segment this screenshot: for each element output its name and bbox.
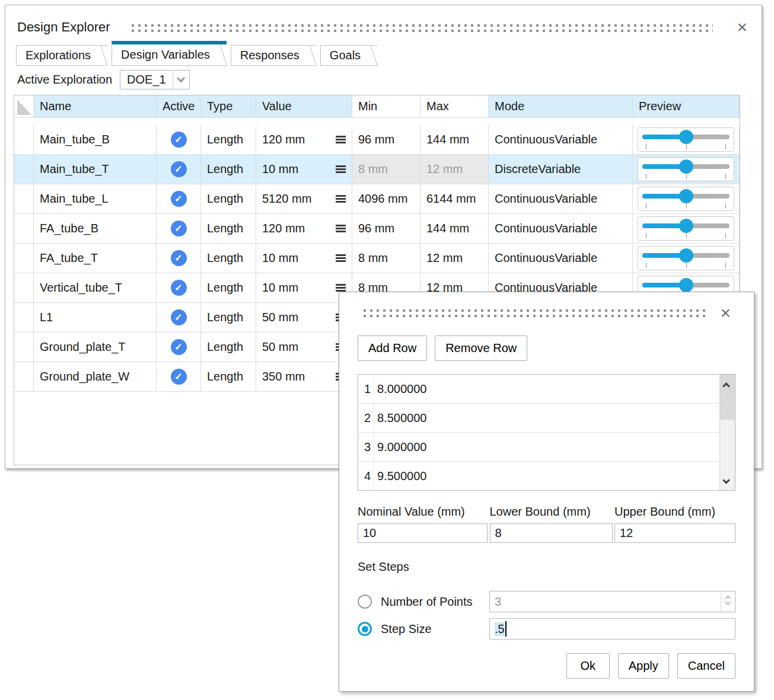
list-item[interactable]: 4 9.500000 bbox=[358, 462, 735, 491]
row-selector[interactable] bbox=[14, 155, 34, 184]
row-value[interactable]: 9.500000 bbox=[374, 469, 426, 483]
cell-type[interactable]: Length bbox=[201, 214, 256, 244]
number-of-points-radio[interactable] bbox=[358, 594, 372, 609]
close-icon[interactable]: × bbox=[735, 20, 748, 34]
cell-value[interactable]: 350 mm bbox=[256, 362, 352, 392]
row-value[interactable]: 8.500000 bbox=[374, 411, 426, 425]
cell-active[interactable]: ✓ bbox=[157, 362, 201, 392]
active-check-icon[interactable]: ✓ bbox=[171, 280, 187, 296]
preview-slider[interactable] bbox=[638, 157, 734, 181]
col-header-active[interactable]: Active bbox=[157, 95, 201, 118]
preview-slider[interactable] bbox=[638, 246, 734, 270]
col-header-preview[interactable]: Preview bbox=[633, 95, 740, 118]
add-row-button[interactable]: Add Row bbox=[358, 335, 427, 361]
cell-max[interactable]: 12 mm bbox=[421, 244, 489, 273]
active-exploration-select[interactable]: DOE_1 bbox=[120, 70, 190, 90]
upper-bound-field[interactable]: 12 bbox=[614, 523, 735, 543]
row-value[interactable]: 8.000000 bbox=[374, 382, 426, 396]
row-selector[interactable] bbox=[14, 214, 34, 244]
col-header-mode[interactable]: Mode bbox=[489, 95, 633, 118]
cell-active[interactable]: ✓ bbox=[157, 303, 201, 333]
preview-slider[interactable] bbox=[638, 187, 734, 211]
cell-mode[interactable]: ContinuousVariable bbox=[489, 214, 633, 244]
select-all-corner[interactable] bbox=[14, 95, 34, 118]
cell-type[interactable]: Length bbox=[201, 333, 256, 362]
cell-active[interactable]: ✓ bbox=[157, 244, 201, 273]
cell-type[interactable]: Length bbox=[201, 155, 256, 184]
cell-mode[interactable]: ContinuousVariable bbox=[489, 125, 633, 155]
col-header-value[interactable]: Value bbox=[256, 95, 352, 118]
col-header-name[interactable]: Name bbox=[34, 95, 157, 118]
cell-type[interactable]: Length bbox=[201, 303, 256, 333]
scroll-down-icon[interactable] bbox=[724, 477, 731, 484]
spin-down-icon[interactable] bbox=[725, 599, 731, 605]
cell-mode[interactable]: ContinuousVariable bbox=[489, 184, 633, 214]
tab-design-variables[interactable]: Design Variables bbox=[112, 41, 227, 66]
step-size-field[interactable]: .5 bbox=[489, 618, 735, 640]
row-selector[interactable] bbox=[14, 273, 34, 303]
ok-button[interactable]: Ok bbox=[566, 653, 610, 679]
spinner[interactable] bbox=[721, 592, 735, 612]
scrollbar[interactable] bbox=[719, 375, 735, 490]
cell-active[interactable]: ✓ bbox=[157, 155, 201, 184]
cell-active[interactable]: ✓ bbox=[157, 333, 201, 362]
cell-value[interactable]: 10 mm bbox=[256, 155, 352, 184]
cell-type[interactable]: Length bbox=[201, 184, 256, 214]
row-selector[interactable] bbox=[14, 125, 34, 155]
cell-min[interactable]: 96 mm bbox=[352, 125, 421, 155]
tab-explorations[interactable]: Explorations bbox=[16, 45, 107, 66]
row-selector[interactable] bbox=[14, 333, 34, 362]
cell-name[interactable]: Ground_plate_T bbox=[34, 333, 157, 362]
list-item[interactable]: 1 8.000000 bbox=[358, 375, 735, 404]
lower-bound-field[interactable]: 8 bbox=[490, 523, 613, 543]
active-check-icon[interactable]: ✓ bbox=[171, 191, 187, 207]
value-options-icon[interactable] bbox=[336, 223, 346, 234]
row-value[interactable]: 9.000000 bbox=[374, 440, 426, 454]
active-check-icon[interactable]: ✓ bbox=[171, 132, 187, 148]
cell-max[interactable]: 144 mm bbox=[421, 214, 489, 244]
cell-type[interactable]: Length bbox=[201, 273, 256, 303]
slider-thumb[interactable] bbox=[679, 278, 693, 292]
active-check-icon[interactable]: ✓ bbox=[171, 369, 187, 385]
cell-value[interactable]: 5120 mm bbox=[256, 184, 352, 214]
drag-handle-icon[interactable] bbox=[364, 309, 706, 317]
cell-max[interactable]: 144 mm bbox=[421, 125, 489, 155]
tab-goals[interactable]: Goals bbox=[320, 45, 377, 66]
cell-min[interactable]: 4096 mm bbox=[352, 184, 421, 214]
cell-min[interactable]: 8 mm bbox=[352, 244, 421, 273]
apply-button[interactable]: Apply bbox=[618, 653, 669, 679]
list-item[interactable]: 2 8.500000 bbox=[358, 404, 735, 433]
col-header-type[interactable]: Type bbox=[201, 95, 256, 118]
cell-name[interactable]: FA_tube_B bbox=[34, 214, 157, 244]
cell-type[interactable]: Length bbox=[201, 125, 256, 155]
dropdown-arrow-icon[interactable] bbox=[173, 71, 189, 89]
slider-thumb[interactable] bbox=[679, 130, 693, 144]
drag-handle-icon[interactable] bbox=[132, 24, 714, 32]
cell-value[interactable]: 10 mm bbox=[256, 244, 352, 273]
cell-name[interactable]: Main_tube_L bbox=[34, 184, 157, 214]
list-item[interactable]: 3 9.000000 bbox=[358, 433, 735, 462]
cell-active[interactable]: ✓ bbox=[157, 125, 201, 155]
close-icon[interactable]: × bbox=[719, 306, 732, 320]
preview-slider[interactable] bbox=[638, 216, 734, 241]
slider-thumb[interactable] bbox=[679, 219, 693, 233]
scroll-up-icon[interactable] bbox=[724, 381, 731, 388]
remove-row-button[interactable]: Remove Row bbox=[435, 335, 527, 361]
preview-slider[interactable] bbox=[638, 127, 734, 152]
cell-value[interactable]: 120 mm bbox=[256, 125, 352, 155]
cell-active[interactable]: ✓ bbox=[157, 273, 201, 303]
cell-value[interactable]: 50 mm bbox=[256, 333, 352, 362]
step-size-radio[interactable] bbox=[358, 622, 372, 636]
cell-name[interactable]: L1 bbox=[34, 303, 157, 333]
cell-name[interactable]: FA_tube_T bbox=[34, 244, 157, 273]
cell-name[interactable]: Vertical_tube_T bbox=[34, 273, 157, 303]
cell-type[interactable]: Length bbox=[201, 362, 256, 392]
active-check-icon[interactable]: ✓ bbox=[171, 220, 187, 236]
cell-name[interactable]: Ground_plate_W bbox=[34, 362, 157, 392]
cell-mode[interactable]: ContinuousVariable bbox=[489, 244, 633, 273]
active-check-icon[interactable]: ✓ bbox=[171, 250, 187, 266]
cell-value[interactable]: 120 mm bbox=[256, 214, 352, 244]
col-header-min[interactable]: Min bbox=[352, 95, 421, 118]
active-check-icon[interactable]: ✓ bbox=[171, 339, 187, 355]
col-header-max[interactable]: Max bbox=[421, 95, 489, 118]
